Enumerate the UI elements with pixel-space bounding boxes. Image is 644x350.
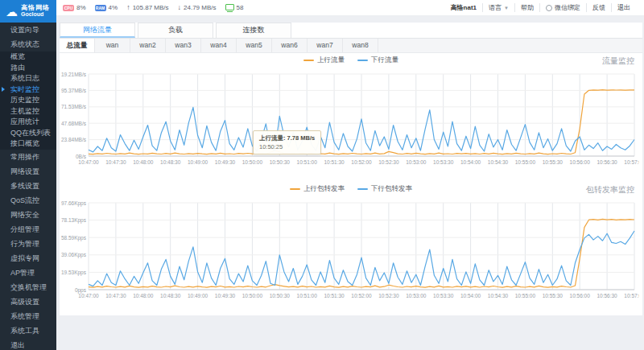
subtab-wan6[interactable]: wan6 [272, 39, 308, 52]
x-axis-tick-label: 10:50:00 [242, 159, 263, 165]
y-axis-tick-label: 0B/s [76, 154, 87, 159]
menu-item-help-label: 帮助 [521, 3, 534, 12]
sidebar-item-history-monitor[interactable]: 历史监控 [0, 95, 56, 106]
sidebar-item-host-monitor[interactable]: 主机监控 [0, 106, 56, 117]
packet-rate-chart-plot[interactable]: 10:47:0010:47:3010:48:0010:48:3010:49:00… [61, 195, 639, 307]
legend-download-traffic-marker [357, 60, 368, 61]
sidebar-item-ap-mgmt[interactable]: AP管理 [0, 266, 56, 280]
sidebar-item-behavior-mgmt-label: 行为管理 [10, 240, 39, 248]
sidebar-item-system-log[interactable]: 系统日志 [0, 73, 56, 84]
sidebar-item-overview[interactable]: 概览 [0, 51, 56, 63]
menu-item-logout[interactable]: 退出 [611, 3, 636, 12]
wechat-icon [546, 5, 552, 11]
traffic-chart-plot[interactable]: 10:47:0010:47:3010:48:0010:48:3010:49:00… [61, 66, 639, 172]
legend-download-packet-rate[interactable]: 下行包转发率 [357, 184, 412, 194]
sidebar-item-network-security[interactable]: 网络安全 [0, 208, 56, 222]
top-bar: CPU8%RAM4%↑105.87 MB/s↓24.79 MB/s58 高恪na… [56, 0, 644, 16]
packet-rate-chart-legend: 上行包转发率下行包转发率 [60, 184, 642, 194]
y-axis-tick-label: 119.21MB/s [61, 72, 87, 77]
subtab-wan7[interactable]: wan7 [308, 39, 343, 52]
subtab-wan4[interactable]: wan4 [201, 39, 237, 52]
sidebar-item-qq-online-list[interactable]: QQ在线列表 [0, 128, 56, 139]
sidebar-item-system-status[interactable]: 系统状态 [0, 37, 56, 51]
menu-item-language[interactable]: 语言▼ [482, 3, 514, 12]
x-axis-tick-label: 10:54:00 [460, 293, 481, 299]
subtab-total[interactable]: 总流量 [60, 39, 95, 52]
tooltip-time: 10:50:25 [259, 142, 315, 151]
top-menu: 高恪nat1语言▼帮助微信绑定反馈退出 [445, 3, 636, 12]
y-axis-tick-label: 23.84MB/s [61, 137, 87, 142]
x-axis-tick-label: 10:55:00 [515, 293, 536, 299]
sidebar-item-system-mgmt[interactable]: 系统管理 [0, 309, 56, 323]
stat-upload: ↑105.87 MB/s [126, 4, 168, 11]
sidebar-item-common-ops[interactable]: 常用操作 [0, 150, 56, 164]
tab-load[interactable]: 负载 [138, 23, 213, 38]
sidebar-item-setup-wizard[interactable]: 设置向导 [0, 23, 56, 37]
sidebar-item-app-stats[interactable]: 应用统计 [0, 117, 56, 128]
legend-download-traffic[interactable]: 下行流量 [357, 56, 398, 65]
menu-item-logout-label: 退出 [617, 3, 630, 12]
sidebar-item-routing[interactable]: 路由 [0, 63, 56, 74]
x-axis-tick-label: 10:56:30 [597, 293, 617, 299]
sidebar-item-switch-mgmt[interactable]: 交换机管理 [0, 280, 56, 294]
y-axis-tick-label: 78.13Kpps [61, 217, 87, 224]
x-axis-tick-label: 10:52:00 [351, 159, 372, 165]
x-axis-tick-label: 10:47:00 [78, 159, 99, 165]
x-axis-tick-label: 10:49:00 [188, 159, 208, 165]
sidebar-item-logout[interactable]: 退出 [0, 338, 56, 350]
sidebar-item-advanced-settings[interactable]: 高级设置 [0, 294, 56, 309]
stat-ram-value: 4% [109, 4, 118, 11]
traffic-chart-title: 流量监控 [602, 56, 634, 67]
subtab-wan2[interactable]: wan2 [130, 39, 166, 52]
sidebar-item-interface-overview[interactable]: 接口概览 [0, 138, 56, 150]
sidebar-item-group-mgmt[interactable]: 分组管理 [0, 222, 56, 237]
interface-subtabs: 总流量wanwan2wan3wan4wan5wan6wan7wan8 [60, 39, 642, 53]
menu-item-wechat-bind[interactable]: 微信绑定 [539, 3, 586, 12]
subtab-wan5[interactable]: wan5 [237, 39, 272, 52]
sidebar-item-behavior-mgmt[interactable]: 行为管理 [0, 237, 56, 251]
sidebar-item-system-status-label: 系统状态 [10, 40, 39, 48]
x-axis-tick-label: 10:53:00 [406, 159, 427, 165]
brand-text: 高恪网络 Gocloud [21, 5, 50, 18]
tab-connections[interactable]: 连接数 [216, 23, 291, 38]
chevron-down-icon: ▼ [504, 6, 509, 10]
subtab-wan3[interactable]: wan3 [166, 39, 201, 52]
stat-upload-value: 105.87 MB/s [133, 4, 169, 11]
stat-ram: RAM4% [95, 4, 118, 11]
legend-upload-traffic[interactable]: 上行流量 [303, 56, 345, 65]
legend-upload-packet-rate[interactable]: 上行包转发率 [290, 184, 345, 194]
sidebar-item-system-tools[interactable]: 系统工具 [0, 323, 56, 338]
x-axis-tick-label: 10:48:30 [160, 293, 181, 299]
legend-upload-traffic-marker [303, 60, 314, 61]
menu-item-help[interactable]: 帮助 [514, 3, 539, 12]
x-axis-tick-label: 10:47:30 [105, 293, 126, 299]
tooltip-value: 上行流量: 7.78 MB/s [259, 134, 315, 142]
x-axis-tick-label: 10:55:30 [543, 293, 564, 299]
sidebar-item-network-settings[interactable]: 网络设置 [0, 164, 56, 179]
sidebar-item-qos[interactable]: QoS流控 [0, 193, 56, 208]
legend-download-traffic-label: 下行流量 [371, 56, 398, 65]
y-axis-tick-label: 58.59Kpps [61, 235, 87, 241]
download-arrow-icon: ↓ [178, 4, 182, 11]
sidebar-item-vpn[interactable]: 虚拟专网 [0, 251, 56, 266]
x-axis-tick-label: 10:48:00 [133, 293, 154, 299]
sidebar-item-system-log-label: 系统日志 [10, 74, 39, 82]
brand-name-cn: 高恪网络 [21, 5, 50, 11]
menu-item-wechat-bind-label: 微信绑定 [555, 3, 580, 12]
sidebar-item-app-stats-label: 应用统计 [10, 117, 39, 126]
x-axis-tick-label: 10:57:00 [624, 293, 639, 299]
x-axis-tick-label: 10:48:30 [160, 159, 181, 165]
brand-name-en: Gocloud [21, 11, 50, 18]
sidebar-item-history-monitor-label: 历史监控 [10, 96, 39, 104]
sidebar-item-realtime-monitor[interactable]: 实时监控 [0, 84, 56, 96]
sidebar-item-group-mgmt-label: 分组管理 [10, 225, 39, 233]
subtab-wan8[interactable]: wan8 [343, 39, 378, 52]
subtab-wan[interactable]: wan [95, 39, 130, 52]
tab-network-traffic[interactable]: 网络流量 [60, 23, 135, 38]
x-axis-tick-label: 10:52:00 [351, 293, 372, 299]
sidebar-item-ap-mgmt-label: AP管理 [10, 269, 35, 277]
sidebar-item-vpn-label: 虚拟专网 [10, 254, 39, 262]
menu-item-feedback[interactable]: 反馈 [586, 3, 611, 12]
menu-item-device-name[interactable]: 高恪nat1 [445, 3, 482, 12]
sidebar-item-multiline-settings[interactable]: 多线设置 [0, 179, 56, 193]
